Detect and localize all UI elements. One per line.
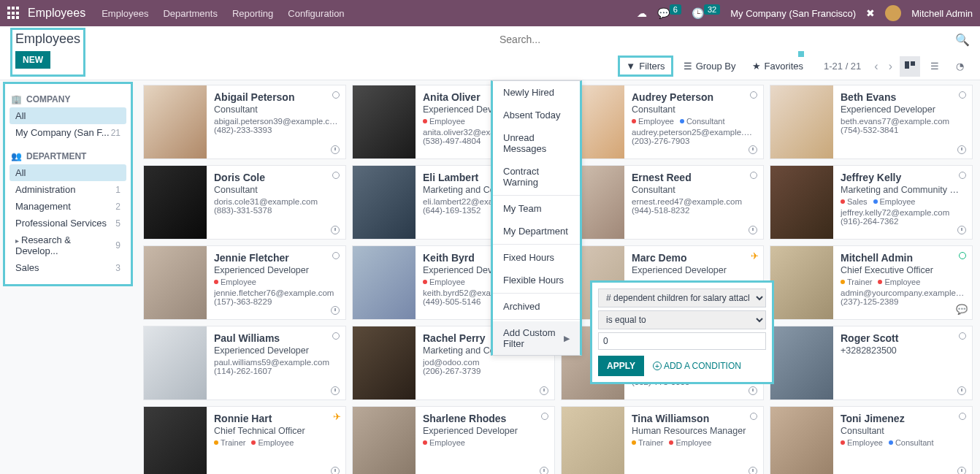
title-highlight: Employees NEW (10, 28, 85, 77)
plane-icon: ✈ (751, 251, 759, 261)
filters-button[interactable]: ▼Filters (618, 56, 673, 77)
activity-badge: 32 (704, 4, 720, 15)
user-name[interactable]: Mitchell Admin (911, 8, 973, 19)
filter-field-select[interactable]: # dependent children for salary attachem… (598, 288, 766, 307)
employee-card[interactable]: Ernest ReedConsultanternest.reed47@examp… (561, 165, 764, 240)
user-avatar[interactable] (885, 5, 901, 21)
funnel-icon: ▼ (626, 61, 635, 72)
nav-configuration[interactable]: Configuration (288, 8, 344, 19)
tag: Employee (214, 278, 256, 286)
presence-indicator (750, 172, 757, 179)
tag: Employee (423, 117, 465, 126)
presence-indicator (332, 172, 340, 179)
employee-card[interactable]: Beth EvansExperienced Developerbeth.evan… (770, 85, 973, 159)
dept-row[interactable]: Management2 (9, 198, 126, 215)
caret-right-icon: ▶ (564, 334, 570, 343)
employee-card[interactable]: Mitchell AdminChief Executive OfficerTra… (770, 245, 973, 320)
filter-option[interactable]: Contract Warning (493, 160, 580, 194)
search-input[interactable] (499, 34, 955, 45)
employee-photo (770, 246, 833, 319)
nav-departments[interactable]: Departments (163, 8, 217, 19)
company-all[interactable]: All (9, 107, 126, 124)
presence-indicator (750, 413, 757, 420)
employee-card[interactable]: Sharlene RhodesExperienced DeveloperEmpl… (352, 406, 555, 474)
filter-operator-select[interactable]: is equal to (598, 310, 766, 329)
plane-icon: ✈ (333, 411, 341, 422)
employee-card[interactable]: Paul WilliamsExperienced Developerpaul.w… (143, 326, 346, 400)
filter-option[interactable]: Archived (493, 295, 580, 318)
pager-next[interactable]: › (886, 60, 895, 73)
employee-card[interactable]: Abigail PetersonConsultantabigail.peters… (143, 85, 346, 159)
dept-all[interactable]: All (9, 164, 126, 181)
employee-phone: (157)-363-8229 (214, 297, 338, 306)
clock-icon (331, 226, 340, 234)
employee-email: paul.williams59@example.com (214, 358, 338, 367)
employee-card[interactable]: Audrey PetersonConsultantEmployeeConsult… (561, 85, 764, 159)
employee-role: Experienced Developer (423, 426, 547, 436)
filter-option[interactable]: Newly Hired (493, 81, 580, 104)
new-button[interactable]: NEW (15, 51, 50, 69)
filter-option[interactable]: Unread Messages (493, 126, 580, 160)
employee-name: Mitchell Admin (841, 252, 965, 264)
clock-icon (749, 226, 757, 234)
company-row[interactable]: My Company (San F...21 (9, 124, 126, 141)
highlight-square (798, 51, 804, 57)
tray-icon[interactable]: ☁ (637, 7, 647, 19)
add-custom-filter[interactable]: Add Custom Filter▶ (493, 321, 580, 355)
employee-phone: (237)-125-2389 (841, 297, 965, 306)
employee-card[interactable]: Doris ColeConsultantdoris.cole31@example… (143, 165, 346, 240)
employee-photo (353, 407, 416, 474)
tag: Trainer (841, 278, 872, 286)
filter-option[interactable]: Flexible Hours (493, 269, 580, 291)
view-list[interactable]: ☰ (925, 56, 945, 77)
employee-card[interactable]: Tina WilliamsonHuman Resources ManagerTr… (561, 406, 764, 474)
message-icon[interactable]: 💬 (956, 304, 968, 315)
view-kanban[interactable] (900, 56, 920, 77)
debug-icon[interactable]: ✖ (866, 7, 875, 19)
groupby-button[interactable]: ☰Group By (678, 58, 742, 74)
employee-role: Consultant (632, 104, 756, 115)
filter-option[interactable]: My Department (493, 220, 580, 242)
messages-icon[interactable]: 💬6 (657, 7, 681, 19)
apply-button[interactable]: APPLY (598, 356, 644, 376)
employee-email: abigail.peterson39@example.com (214, 117, 338, 126)
activities-icon[interactable]: 🕒32 (692, 7, 720, 19)
tag: Employee (669, 438, 711, 447)
employee-phone: (482)-233-3393 (214, 126, 338, 134)
favorites-button[interactable]: ★Favorites (746, 58, 809, 74)
filter-option[interactable]: My Team (493, 197, 580, 220)
tag: Trainer (632, 438, 663, 447)
employee-card[interactable]: Jennie FletcherExperienced DeveloperEmpl… (143, 245, 346, 320)
pager-prev[interactable]: ‹ (871, 60, 881, 73)
employee-card[interactable]: Toni JimenezConsultantEmployeeConsultant (770, 406, 973, 474)
dept-row[interactable]: ▸Research & Develop...9 (9, 232, 126, 259)
filter-option[interactable]: Fixed Hours (493, 246, 580, 269)
employee-email: jeffrey.kelly72@example.com (841, 208, 965, 217)
nav-employees[interactable]: Employees (102, 8, 148, 19)
users-icon: 👥 (11, 151, 22, 161)
dept-row[interactable]: Sales3 (9, 259, 126, 276)
dept-row[interactable]: Administration1 (9, 181, 126, 198)
employee-phone: (754)-532-3841 (841, 126, 965, 134)
employee-photo (353, 326, 416, 400)
nav-reporting[interactable]: Reporting (232, 8, 273, 19)
employee-photo (770, 166, 833, 239)
employee-email: ernest.reed47@example.com (632, 197, 756, 206)
employee-card[interactable]: Roger Scott+3282823500 (770, 326, 973, 400)
apps-icon[interactable] (7, 7, 20, 20)
svg-rect-1 (911, 61, 915, 66)
employee-role: Experienced Developer (214, 345, 338, 356)
presence-indicator (332, 91, 340, 99)
employee-role: Chief Technical Officer (214, 426, 338, 436)
view-activity[interactable]: ◔ (949, 56, 970, 77)
filter-option[interactable]: Absent Today (493, 104, 580, 126)
add-condition-button[interactable]: +ADD A CONDITION (653, 361, 741, 371)
app-brand: Employees (28, 7, 85, 20)
employee-card[interactable]: Ronnie HartChief Technical OfficerTraine… (143, 406, 346, 474)
dept-row[interactable]: Professional Services5 (9, 215, 126, 232)
search-icon[interactable]: 🔍 (955, 33, 970, 47)
employee-card[interactable]: Jeffrey KellyMarketing and Community Man… (770, 165, 973, 240)
employee-photo (353, 166, 416, 239)
filter-value-input[interactable] (598, 332, 766, 350)
company-switcher[interactable]: My Company (San Francisco) (730, 8, 856, 19)
